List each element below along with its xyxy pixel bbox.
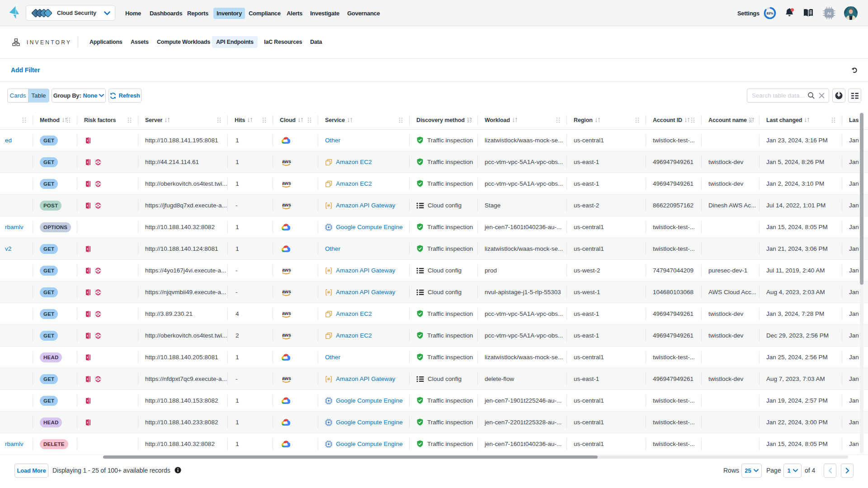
- svg-text:aws: aws: [282, 289, 291, 294]
- svg-text:aws: aws: [282, 202, 291, 207]
- svg-text:AI: AI: [827, 11, 831, 16]
- svg-text:aws: aws: [282, 267, 291, 272]
- svg-text:aws: aws: [282, 310, 291, 316]
- svg-text:aws: aws: [282, 180, 291, 186]
- svg-text:aws: aws: [282, 332, 291, 338]
- svg-text:aws: aws: [282, 375, 291, 381]
- svg-text:83%: 83%: [766, 11, 773, 15]
- svg-text:aws: aws: [282, 159, 291, 164]
